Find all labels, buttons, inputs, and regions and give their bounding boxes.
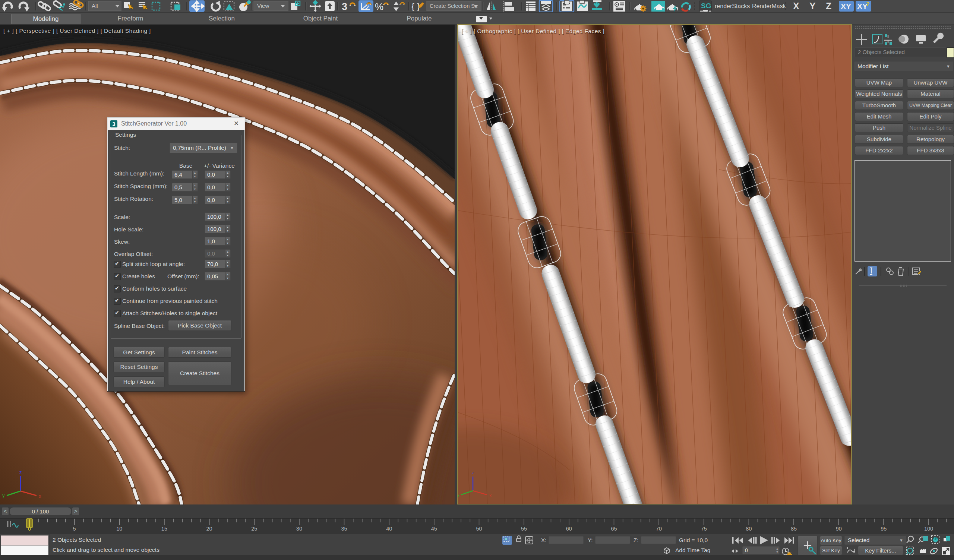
svg-text:z: z	[472, 470, 474, 475]
svg-text:65: 65	[611, 526, 617, 532]
svg-text:X: X	[793, 1, 799, 11]
svg-text:10: 10	[116, 526, 122, 532]
svg-text:renderStacks: renderStacks	[715, 3, 750, 9]
svg-text:45: 45	[431, 526, 437, 532]
svg-text:55: 55	[521, 526, 527, 532]
svg-text:50: 50	[476, 526, 482, 532]
svg-text:5: 5	[73, 526, 76, 532]
svg-text:25: 25	[251, 526, 257, 532]
svg-text:x: x	[39, 493, 41, 499]
svg-text:z: z	[19, 470, 22, 475]
svg-text:80: 80	[746, 526, 751, 532]
svg-text:35: 35	[341, 526, 347, 532]
svg-text:3: 3	[342, 1, 347, 12]
svg-text:30: 30	[296, 526, 302, 532]
svg-text:RenderMask: RenderMask	[752, 3, 786, 9]
svg-text:View: View	[257, 3, 269, 9]
svg-text:%: %	[375, 1, 383, 12]
svg-text:40: 40	[386, 526, 392, 532]
svg-text:Z: Z	[826, 1, 831, 11]
svg-text:85: 85	[791, 526, 797, 532]
svg-text:y: y	[458, 492, 460, 498]
svg-text:Y: Y	[809, 1, 816, 11]
svg-text:95: 95	[881, 526, 887, 532]
svg-text:Create Selection Se: Create Selection Se	[430, 3, 478, 9]
svg-text:SG: SG	[701, 2, 711, 10]
svg-text:y: y	[2, 493, 5, 498]
svg-text:XY: XY	[841, 2, 851, 11]
svg-text:75: 75	[701, 526, 707, 532]
svg-text:90: 90	[836, 526, 842, 532]
svg-text:20: 20	[206, 526, 212, 532]
svg-text:60: 60	[566, 526, 572, 532]
svg-text:{ }: { }	[412, 1, 420, 11]
svg-text:15: 15	[161, 526, 167, 532]
svg-text:70: 70	[656, 526, 662, 532]
svg-text:?: ?	[866, 1, 870, 7]
svg-text:All: All	[92, 3, 98, 9]
svg-text:x: x	[489, 493, 491, 498]
svg-text:100: 100	[924, 526, 933, 532]
